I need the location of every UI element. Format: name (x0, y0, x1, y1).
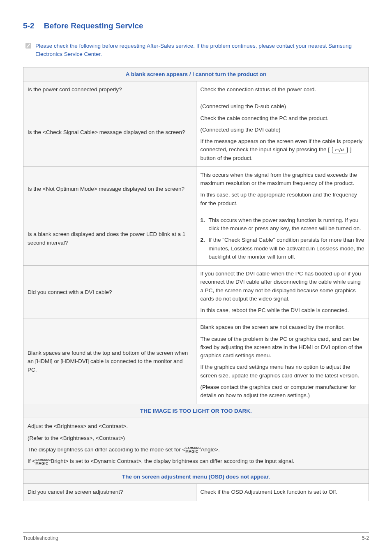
samsung-magic-logo: SAMSUNGMAGIC (35, 458, 51, 465)
full-row-cell: Adjust the <Brightness> and <Contrast>. … (23, 418, 369, 470)
samsung-magic-logo: SAMSUNGMAGIC (185, 446, 201, 453)
answer-line: In this case, reboot the PC while the DV… (201, 306, 365, 314)
table-header-s3: The on screen adjustment menu (OSD) does… (23, 470, 369, 484)
question-cell: Did you connect with a DVI cable? (23, 266, 196, 319)
answer-line: If the "Check Signal Cable" condition pe… (209, 237, 364, 260)
note-callout: Please check the following before reques… (23, 42, 369, 58)
section-title: Before Requesting Service (44, 21, 143, 30)
table-row: Is the <Not Optimum Mode> message displa… (23, 166, 369, 212)
answer-line: If the graphics card settings menu has n… (201, 363, 365, 380)
table-row: Did you cancel the screen adjustment? Ch… (23, 484, 369, 501)
question-cell: Blank spaces are found at the top and bo… (23, 319, 196, 404)
answer-text: Angle>. (201, 446, 220, 453)
answer-cell: This occurs when the signal from the gra… (196, 166, 369, 212)
answer-cell: 1. This occurs when the power saving fun… (196, 212, 369, 265)
question-cell: Did you cancel the screen adjustment? (23, 484, 196, 501)
answer-line: Check the cable connecting the PC and th… (201, 114, 365, 123)
table-row: Blank spaces are found at the top and bo… (23, 319, 369, 404)
ordered-item: 2. If the "Check Signal Cable" condition… (201, 236, 365, 261)
table-header-s1: A blank screen appears / I cannot turn t… (23, 67, 369, 81)
section-heading: 5-2 Before Requesting Service (23, 21, 369, 30)
answer-cell: Check if the OSD Adjustment Lock functio… (196, 484, 369, 501)
note-text: Please check the following before reques… (35, 42, 369, 58)
table-row: Did you connect with a DVI cable? If you… (23, 266, 369, 319)
magic-bottom: MAGIC (185, 449, 198, 453)
answer-line: The display brightness can differ accord… (28, 446, 364, 454)
answer-line: This occurs when the power saving functi… (209, 217, 361, 231)
answer-line: Blank spaces on the screen are not cause… (201, 323, 365, 331)
answer-cell: If you connect the DVI cable when the PC… (196, 266, 369, 319)
answer-line: The cause of the problem is the PC or gr… (201, 335, 365, 360)
troubleshoot-table: A blank screen appears / I cannot turn t… (23, 67, 369, 501)
answer-line: (Please contact the graphics card or com… (201, 383, 365, 400)
footer-right: 5-2 (362, 535, 369, 541)
answer-cell: (Connected using the D-sub cable) Check … (196, 98, 369, 167)
note-icon (25, 43, 31, 49)
answer-line: If the message appears on the screen eve… (201, 137, 365, 162)
list-number: 2. (201, 236, 205, 244)
question-cell: Is a blank screen displayed and does the… (23, 212, 196, 265)
answer-cell: Check the connection status of the power… (196, 81, 369, 98)
source-enter-button-icon: ▭/↵ (332, 147, 348, 153)
answer-line: (Connected using the DVI cable) (201, 126, 365, 134)
table-row: Adjust the <Brightness> and <Contrast>. … (23, 418, 369, 470)
question-cell: Is the power cord connected properly? (23, 81, 196, 98)
answer-line: In this case, set up the appropriate res… (201, 191, 365, 208)
answer-line: Adjust the <Brightness> and <Contrast>. (28, 422, 364, 430)
answer-line: This occurs when the signal from the gra… (201, 171, 365, 188)
table-row: Is the power cord connected properly? Ch… (23, 81, 369, 98)
magic-bottom: MAGIC (35, 461, 48, 465)
answer-line: (Refer to the <Brightness>, <Contrast>) (28, 434, 364, 442)
answer-text: If < (28, 458, 35, 464)
ordered-item: 1. This occurs when the power saving fun… (201, 216, 365, 233)
question-cell: Is the <Check Signal Cable> message disp… (23, 98, 196, 167)
answer-line: If you connect the DVI cable when the PC… (201, 270, 365, 303)
answer-line: (Connected using the D-sub cable) (201, 102, 365, 111)
answer-line: If <SAMSUNGMAGICBright> is set to <Dynam… (28, 457, 364, 465)
answer-text: Bright> is set to <Dynamic Contrast>, th… (51, 458, 294, 464)
list-number: 1. (201, 216, 205, 224)
answer-text: The display brightness can differ accord… (28, 446, 185, 453)
answer-cell: Blank spaces on the screen are not cause… (196, 319, 369, 404)
table-row: Is the <Check Signal Cable> message disp… (23, 98, 369, 167)
section-number: 5-2 (23, 21, 34, 30)
table-header-s2: THE IMAGE IS TOO LIGHT OR TOO DARK. (23, 404, 369, 418)
table-row: Is a blank screen displayed and does the… (23, 212, 369, 265)
page-footer: Troubleshooting 5-2 (23, 532, 369, 541)
footer-left: Troubleshooting (23, 535, 58, 541)
question-cell: Is the <Not Optimum Mode> message displa… (23, 166, 196, 212)
